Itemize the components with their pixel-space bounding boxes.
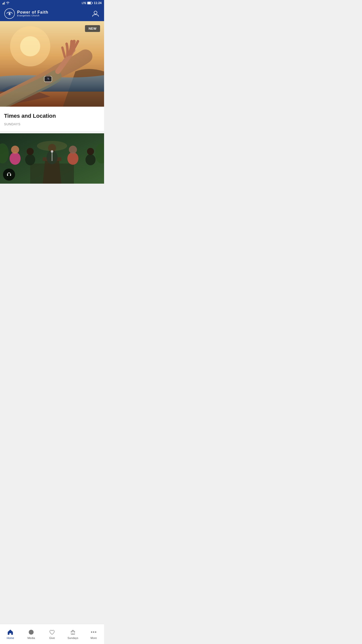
svg-rect-20 (46, 82, 50, 84)
video-thumbnail[interactable] (0, 133, 104, 184)
svg-point-36 (37, 141, 67, 151)
hero-overlay (0, 92, 104, 107)
app-header: Power of Faith Evangelistic Church (0, 6, 104, 21)
svg-point-35 (87, 148, 94, 155)
carrier-label: LTE (82, 2, 86, 5)
profile-button[interactable] (91, 9, 100, 18)
svg-rect-3 (5, 2, 5, 5)
new-badge: NEW (85, 25, 100, 32)
svg-point-24 (10, 152, 21, 165)
video-section (0, 131, 104, 184)
card-subtitle: SUNDAYS (4, 122, 100, 126)
play-button[interactable] (3, 169, 15, 181)
svg-point-33 (69, 146, 77, 154)
hero-banner[interactable]: NEW (0, 21, 104, 107)
time-display: 11:24 (94, 1, 102, 5)
svg-rect-0 (3, 3, 3, 5)
signal-icon (3, 2, 5, 5)
logo-name-top: Power of Faith (17, 10, 48, 15)
logo-text: Power of Faith Evangelistic Church (17, 10, 48, 17)
app-logo: Power of Faith Evangelistic Church (4, 8, 48, 19)
svg-rect-1 (3, 3, 4, 5)
page-content: NEW Times and Location SUNDAYS (0, 21, 104, 204)
svg-point-32 (67, 152, 78, 165)
battery-icon (87, 2, 93, 5)
svg-point-27 (27, 148, 34, 155)
times-location-card[interactable]: Times and Location SUNDAYS (0, 107, 104, 131)
profile-icon (92, 10, 100, 18)
status-bar: LTE 11:24 (0, 0, 104, 6)
logo-icon (4, 8, 15, 19)
svg-rect-5 (92, 3, 93, 4)
status-right: LTE 11:24 (82, 1, 102, 5)
wifi-icon (6, 2, 10, 5)
video-svg (0, 133, 104, 184)
status-left (3, 2, 10, 5)
svg-point-25 (11, 146, 19, 154)
svg-rect-6 (87, 2, 91, 4)
card-title: Times and Location (4, 113, 100, 119)
logo-name-bottom: Evangelistic Church (17, 15, 48, 17)
svg-rect-19 (46, 75, 50, 76)
svg-point-34 (85, 154, 96, 165)
svg-point-12 (20, 36, 40, 56)
svg-rect-2 (4, 2, 5, 5)
play-icon (7, 172, 12, 177)
svg-point-26 (25, 154, 35, 165)
svg-point-9 (94, 11, 97, 14)
